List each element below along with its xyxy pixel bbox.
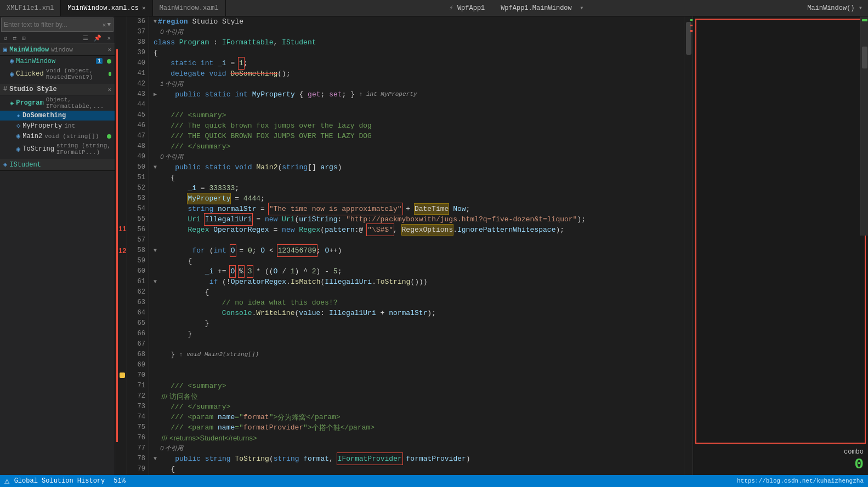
section-mainwindow[interactable]: ▣ MainWindow Window ✕ (0, 44, 115, 56)
item-type: void (string[]) (44, 133, 99, 140)
code-line-48: /// </summary> (154, 141, 684, 152)
combo-label: combo (844, 448, 864, 456)
sidebar: ✕ ▼ ↺ ⇄ ⊞ ☰ 📌 ✕ ▣ MainWindow Window ✕ ◉ … (0, 16, 115, 475)
breadcrumb-class: WpfApp1.MainWindow (501, 4, 572, 12)
search-input[interactable] (4, 21, 103, 28)
pin-btn[interactable]: 📌 (92, 34, 103, 42)
code-line-67 (154, 339, 684, 350)
status-dot (107, 59, 111, 64)
preview-box (695, 19, 866, 444)
code-line-46: /// The quick brown fox jumps over the l… (154, 121, 684, 131)
scroll-thumb[interactable] (686, 22, 691, 55)
code-line-38: class Program : IFormattable, IStudent (154, 37, 684, 48)
section-studio-style[interactable]: # Studio Style ✕ (0, 84, 115, 95)
fold-icon[interactable]: ▼ (154, 162, 157, 173)
section-title: ▣ MainWindow Window (3, 45, 73, 54)
tab-mainwindow-cs[interactable]: MainWindow.xaml.cs ✕ (61, 0, 152, 16)
code-line-65: } (154, 318, 684, 329)
annotation-bar: 11 12 (115, 16, 127, 475)
item-label: MainWindow (16, 58, 55, 65)
dot-icon: ◉ (10, 70, 14, 78)
sync-btn[interactable]: ⇄ (12, 34, 19, 42)
fold-icon[interactable]: ▼ (154, 16, 157, 27)
mainwindow-type: Window (51, 47, 73, 53)
code-line-75: /// <param name="formatProvider">个搭个鞋</p… (154, 422, 684, 433)
search-clear-icon[interactable]: ✕ (103, 21, 106, 28)
tree-program[interactable]: ◈ Program Object, IFormattable,... (0, 95, 115, 111)
status-bar: ⚠ Global Solution History 51% https://bl… (0, 475, 868, 487)
fold-icon[interactable]: ▼ (154, 454, 157, 464)
code-line-51: { (154, 173, 684, 183)
title-center: ⚡ WpfApp1 WpfApp1.MainWindow ▾ (226, 0, 807, 16)
code-line-73: /// </summary> (154, 402, 684, 412)
status-left: ⚠ Global Solution History 51% (4, 475, 126, 486)
class-icon: ◈ (10, 99, 14, 107)
refresh-btn[interactable]: ↺ (2, 34, 9, 42)
tab-label: MainWindow.xaml (160, 4, 219, 12)
code-line-60: _i += O % 3 * ((O / 1) ^ 2) - 5; (154, 266, 684, 277)
fold-icon[interactable]: ▶ (154, 89, 157, 100)
collapse-icon[interactable]: ✕ (107, 86, 111, 93)
tree-clicked[interactable]: ◉ Clicked void (object, RoutedEvent?) (0, 66, 115, 82)
code-line-59: { (154, 256, 684, 266)
code-line-69 (154, 360, 684, 370)
code-line-40: static int _i = 1; (154, 58, 684, 68)
line-numbers: 3637383940 41424344 4546474849 505152535… (127, 16, 149, 475)
status-dot (109, 72, 111, 76)
breadcrumb-project: WpfApp1 (457, 4, 485, 12)
scroll-handle[interactable] (862, 47, 867, 68)
search-box[interactable]: ✕ ▼ (1, 18, 114, 32)
status-url[interactable]: https://blog.csdn.net/kuhaizhengzha (737, 478, 864, 484)
method-icon: ⬥ (16, 112, 20, 119)
zoom-level: 51% (114, 477, 126, 485)
collapse-icon[interactable]: ✕ (107, 46, 111, 53)
item-label: DoSomething (22, 112, 66, 119)
scrollbar[interactable] (684, 16, 693, 475)
code-editor[interactable]: ▼ #region Studio Style 0 个引用 class Progr… (149, 16, 684, 475)
expand-btn[interactable]: ⊞ (20, 34, 27, 42)
code-line-56: Regex OperatorRegex = new Regex(pattern:… (154, 225, 684, 235)
red-bar (116, 49, 118, 442)
annot-12: 12 (118, 247, 126, 255)
code-line-49: 0 个引用 (154, 152, 684, 162)
close-panel-btn[interactable]: ✕ (105, 34, 112, 42)
item-type: Object, IFormattable,... (46, 96, 111, 110)
dot-icon: ◉ (10, 57, 14, 65)
tab-label: MainWindow.xaml.cs (67, 4, 139, 12)
code-line-41: delegate void DoSomething(); (154, 68, 684, 79)
item-label: Clicked (16, 70, 43, 78)
fold-icon[interactable]: ▼ (154, 245, 157, 256)
title-bar: XMLFile1.xml MainWindow.xaml.cs ✕ MainWi… (0, 0, 868, 16)
code-line-77: 0 个引用 (154, 443, 684, 454)
code-line-53: MyProperty = 4444; (154, 193, 684, 204)
tree-mainwindow-ctor[interactable]: ◉ MainWindow 1 (0, 56, 115, 66)
ref-count: 0 个引用 (154, 27, 183, 37)
bookmark-icon (120, 373, 125, 378)
code-line-64: Console.WriteLine(value: Illegal1Uri + n… (154, 308, 684, 318)
code-line-39: { (154, 48, 684, 58)
code-line-74: /// <param name="format">分为蜂窝</param> (154, 412, 684, 422)
tree-myproperty[interactable]: ◇ MyProperty int (0, 121, 115, 131)
code-line-80: return "123"; (154, 474, 684, 475)
interface-icon: ◈ (3, 161, 7, 169)
section-istudent[interactable]: ◈ IStudent (0, 159, 115, 171)
tab-xmlfile[interactable]: XMLFile1.xml (0, 0, 61, 16)
fold-icon[interactable]: ▼ (154, 277, 157, 287)
tree-tostring[interactable]: ◉ ToString string (string, IFormatP...) (0, 141, 115, 157)
settings-btn[interactable]: ☰ (81, 34, 90, 42)
section-label: Studio Style (9, 85, 56, 93)
right-scrollbar[interactable] (860, 16, 868, 236)
code-line-72: /// 访问各位 (154, 391, 684, 402)
tree-main2[interactable]: ◉ Main2 void (string[]) (0, 131, 115, 141)
mainwindow-label: MainWindow (9, 46, 49, 54)
code-line-66: } (154, 329, 684, 339)
item-type: string (string, IFormatP...) (56, 142, 111, 156)
badge: 1 (96, 58, 103, 64)
tab-mainwindow-xaml[interactable]: MainWindow.xaml (153, 0, 226, 16)
code-line-44 (154, 100, 684, 110)
code-line-71: /// <summary> (154, 381, 684, 391)
code-container: 3637383940 41424344 4546474849 505152535… (127, 16, 693, 475)
code-line-58: ▼ for (int O = 0; O < 123456789; O++) (154, 245, 684, 256)
filter-icon[interactable]: ▼ (107, 21, 111, 28)
tree-dosomething[interactable]: ⬥ DoSomething (0, 111, 115, 121)
